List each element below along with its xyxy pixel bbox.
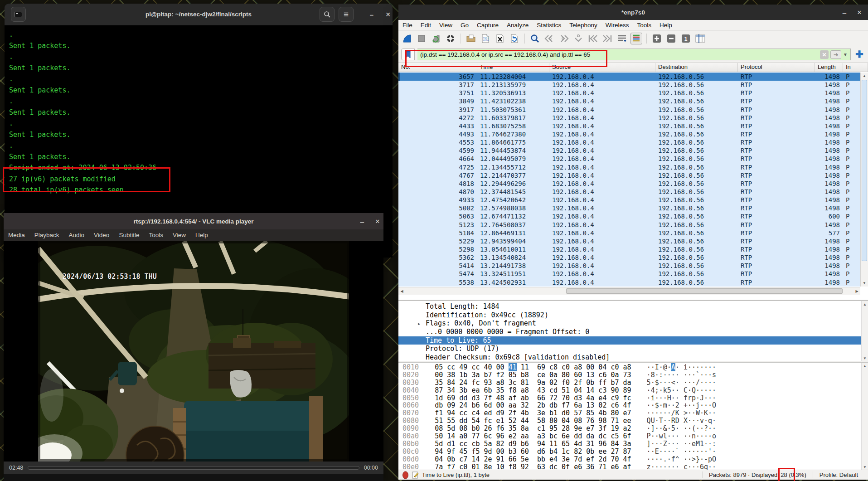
hex-row[interactable]: 00c094 9f 45 f5 9d 00 b3 60 d6 b4 1c 82 …	[398, 448, 868, 456]
menu-item-view[interactable]: View	[173, 232, 186, 238]
column-header-time[interactable]: Time	[477, 63, 549, 72]
packet-row[interactable]: 529813.054610011192.168.0.4192.168.0.56R…	[398, 245, 860, 253]
scroll-up-icon[interactable]: ▲	[861, 73, 868, 79]
expert-info-icon[interactable]	[402, 471, 409, 479]
detail-line[interactable]: Time to Live: 65	[398, 336, 868, 345]
menu-item-go[interactable]: Go	[461, 22, 469, 29]
vlc-video-area[interactable]: 2024/06/13 02:53:18 THU	[4, 241, 383, 462]
scroll-left-icon[interactable]: ◀	[398, 289, 405, 293]
menu-item-statistics[interactable]: Statistics	[537, 22, 561, 29]
menu-item-view[interactable]: View	[439, 22, 452, 29]
go-to-packet-icon[interactable]	[572, 33, 584, 44]
column-header-destination[interactable]: Destination	[655, 63, 738, 72]
vlc-close-button[interactable]: ✕	[372, 213, 383, 229]
detail-line[interactable]: ...0 0000 0000 0000 = Fragment Offset: 0	[398, 328, 868, 336]
hex-vertical-scrollbar[interactable]: ▲ ▼	[861, 363, 868, 470]
menu-item-subtitle[interactable]: Subtitle	[119, 232, 139, 238]
hex-row[interactable]: 002000 38 1b 3a b7 f2 05 b8 ce 0a 80 60 …	[398, 371, 868, 379]
packet-row[interactable]: 443311.683075258192.168.0.4192.168.0.56R…	[398, 122, 860, 130]
packet-row[interactable]: 365711.123284004192.168.0.4192.168.0.56R…	[398, 73, 860, 81]
display-filter-input[interactable]: (ip.dst == 192.168.0.4 or ip.src == 192.…	[417, 49, 851, 60]
vlc-titlebar[interactable]: rtsp://192.168.0.4:554/ - VLC media play…	[4, 213, 383, 229]
menu-item-wireless[interactable]: Wireless	[606, 22, 629, 29]
column-header-no[interactable]: No.	[398, 63, 477, 72]
scroll-down-icon[interactable]: ▼	[861, 280, 868, 287]
hex-row[interactable]: 009008 5d 08 b0 26 f6 35 8a c1 95 28 9e …	[398, 425, 868, 432]
packet-row[interactable]: 449311.764627380192.168.0.4192.168.0.56R…	[398, 130, 860, 138]
terminal-minimize-button[interactable]: –	[364, 4, 380, 25]
hex-row[interactable]: 004087 34 3b ea 6b 35 f8 a8 43 cd 51 04 …	[398, 387, 868, 394]
capture-options-gear-icon[interactable]	[445, 33, 456, 44]
scroll-down-icon[interactable]: ▼	[862, 355, 868, 361]
close-capture-file-icon[interactable]	[494, 33, 506, 44]
hex-row[interactable]: 00e07a f7 c0 01 8e 10 f8 92 63 dc 0f e6 …	[398, 463, 868, 470]
hex-row[interactable]: 003035 84 24 fc 93 a8 3c 81 9a 02 f0 2f …	[398, 379, 868, 387]
filter-add-button[interactable]: ✚	[853, 49, 865, 60]
scroll-up-icon[interactable]: ▲	[862, 363, 868, 369]
hex-row[interactable]: 00b05d d1 cc cb 5a 82 d9 b6 94 11 65 4d …	[398, 440, 868, 448]
open-capture-file-icon[interactable]	[465, 33, 477, 44]
find-packet-magnifier-icon[interactable]	[529, 33, 541, 44]
packet-row[interactable]: 427211.603379817192.168.0.4192.168.0.56R…	[398, 114, 860, 122]
menu-item-help[interactable]: Help	[195, 232, 208, 238]
reload-capture-file-icon[interactable]	[509, 33, 520, 44]
filter-clear-icon[interactable]: ✕	[820, 50, 829, 59]
packet-list-header[interactable]: No. Time Source Destination Protocol Len…	[398, 63, 868, 72]
packet-row[interactable]: 391711.503075361192.168.0.4192.168.0.56R…	[398, 106, 860, 114]
packet-row[interactable]: 500212.574988038192.168.0.4192.168.0.56R…	[398, 204, 860, 212]
packet-row[interactable]: 384911.423102238192.168.0.4192.168.0.56R…	[398, 97, 860, 105]
hex-row[interactable]: 00a050 14 a0 77 6c 96 e2 aa a3 bc 6e dd …	[398, 432, 868, 440]
packet-row[interactable]: 541413.214491738192.168.0.4192.168.0.56R…	[398, 262, 860, 270]
packet-row[interactable]: 487012.374481545192.168.0.4192.168.0.56R…	[398, 188, 860, 196]
packet-row[interactable]: 472512.134455712192.168.0.4192.168.0.56R…	[398, 163, 860, 171]
scroll-down-icon[interactable]: ▼	[862, 464, 868, 470]
auto-scroll-icon[interactable]	[616, 33, 628, 44]
details-vertical-scrollbar[interactable]: ▲ ▼	[861, 301, 868, 361]
menu-item-file[interactable]: File	[402, 22, 412, 29]
column-header-protocol[interactable]: Protocol	[738, 63, 815, 72]
packet-row[interactable]: 522912.943599404192.168.0.4192.168.0.56R…	[398, 237, 860, 245]
hamburger-menu-icon[interactable]: ≡	[339, 7, 354, 22]
restart-capture-icon[interactable]	[430, 33, 442, 44]
menu-item-tools[interactable]: Tools	[637, 22, 651, 29]
packet-row[interactable]: 547413.324511951192.168.0.4192.168.0.56R…	[398, 270, 860, 278]
column-header-length[interactable]: Length	[815, 63, 843, 72]
packet-row[interactable]: 536213.134540824192.168.0.4192.168.0.56R…	[398, 253, 860, 262]
menu-item-capture[interactable]: Capture	[477, 22, 499, 29]
menu-item-tools[interactable]: Tools	[149, 232, 163, 238]
packet-row[interactable]: 493312.475420642192.168.0.4192.168.0.56R…	[398, 196, 860, 204]
go-first-packet-icon[interactable]	[587, 33, 599, 44]
scroll-right-icon[interactable]: ▶	[853, 289, 860, 293]
packet-row[interactable]: 518412.864469131192.168.0.4192.168.0.56R…	[398, 229, 860, 237]
packet-row[interactable]: 476712.214470377192.168.0.4192.168.0.56R…	[398, 171, 860, 180]
filter-bookmark-icon[interactable]	[401, 49, 415, 60]
save-capture-file-icon[interactable]: 01010110	[480, 33, 491, 44]
menu-item-video[interactable]: Video	[94, 232, 109, 238]
packet-list-vertical-scrollbar[interactable]: ▲ ▼	[860, 73, 868, 287]
colorize-packets-icon[interactable]	[630, 33, 642, 44]
search-icon[interactable]	[320, 7, 335, 22]
packet-row[interactable]: 375111.320536913192.168.0.4192.168.0.56R…	[398, 89, 860, 97]
detail-line[interactable]: Total Length: 1484	[398, 302, 868, 311]
capture-comment-icon[interactable]	[412, 471, 419, 479]
wireshark-minimize-button[interactable]: –	[836, 5, 853, 20]
zoom-in-icon[interactable]	[651, 33, 663, 44]
filter-dropdown-caret-icon[interactable]: ▼	[843, 52, 848, 57]
column-header-source[interactable]: Source	[549, 63, 655, 72]
menu-item-edit[interactable]: Edit	[421, 22, 431, 29]
filter-apply-icon[interactable]: ➜	[830, 50, 841, 59]
packet-row[interactable]: 455311.864661775192.168.0.4192.168.0.56R…	[398, 138, 860, 146]
column-header-info[interactable]: In	[843, 63, 868, 72]
menu-item-analyze[interactable]: Analyze	[507, 22, 529, 29]
go-forward-icon[interactable]	[558, 33, 570, 44]
zoom-original-icon[interactable]: 1	[680, 33, 692, 44]
packet-row[interactable]: 466412.044495079192.168.0.4192.168.0.56R…	[398, 155, 860, 163]
detail-line[interactable]: Protocol: UDP (17)	[398, 345, 868, 353]
packet-row[interactable]: 481812.294496296192.168.0.4192.168.0.56R…	[398, 180, 860, 188]
terminal-titlebar[interactable]: pi@pitap: ~/netsec-djw2/final/scripts ≡ …	[5, 4, 393, 25]
menu-item-telephony[interactable]: Telephony	[569, 22, 597, 29]
detail-line[interactable]: Header Checksum: 0x69c8 [validation disa…	[398, 353, 868, 361]
hex-row[interactable]: 00d004 0b c7 14 2e 91 66 5e bb e4 3e 7d …	[398, 456, 868, 463]
hex-row[interactable]: 0070f1 94 cc c4 ed d9 2f 4b 3e b1 d0 57 …	[398, 409, 868, 417]
scrollbar-thumb[interactable]	[862, 80, 867, 261]
